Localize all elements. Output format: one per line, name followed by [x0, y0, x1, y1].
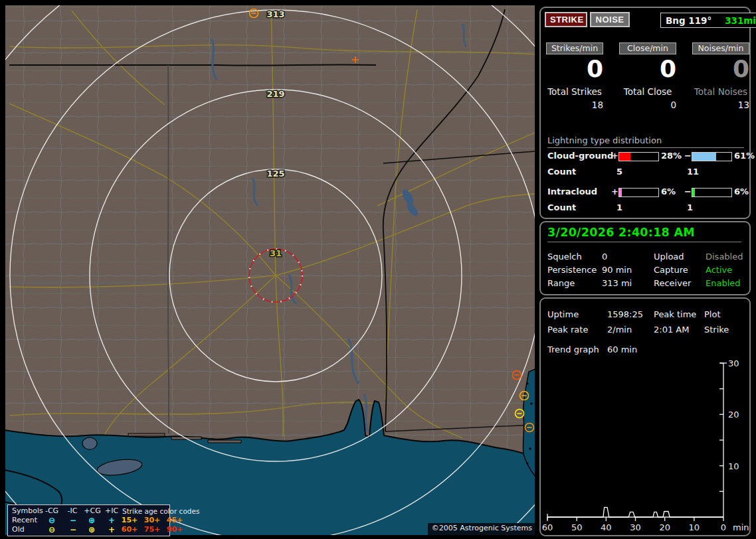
legend-symbol-icon: ⊕: [82, 525, 101, 534]
cloud-ground-label: Cloud-ground: [547, 151, 613, 161]
axis-tick-label: 40: [601, 522, 612, 532]
legend-symbol-icon: ⊖: [43, 525, 61, 534]
strike-age-code: 30+: [142, 516, 162, 525]
cg-positive-count: 5: [616, 167, 622, 177]
axis-tick-label: 10: [689, 522, 700, 532]
axis-tick-label: 0: [721, 522, 726, 532]
legend-symbol-icon: −: [64, 525, 82, 534]
map-canvas: 31125219313: [5, 5, 535, 535]
upload-label: Upload: [654, 252, 684, 262]
total-close-label: Total Close: [619, 86, 676, 97]
total-noises-value: 13: [692, 100, 749, 110]
plot-value: Strike: [704, 325, 729, 335]
legend-row-old: Old⊖−⊕+60+75+90+: [8, 525, 169, 534]
peak-time-value: 2:01 AM: [654, 325, 689, 335]
copyright-text: ©2005 Astrogenic Systems: [428, 523, 535, 535]
peak-time-label: Peak time: [654, 309, 696, 319]
total-close-value: 0: [619, 100, 676, 110]
axis-tick-label: 50: [571, 522, 583, 532]
squelch-label: Squelch: [547, 252, 582, 262]
range-ring-label: 125: [266, 169, 284, 179]
persistence-label: Persistence: [547, 265, 597, 275]
symbols-legend: Symbols -CG -IC +CG +IC Strike age color…: [7, 504, 170, 536]
strike-counters-panel: STRIKE NOISE Bng 119° 331mi Strikes/min …: [539, 7, 751, 219]
legend-age-header: Strike age color codes: [122, 506, 167, 516]
strike-age-code: 45+: [165, 516, 185, 525]
range-ring-label: 31: [270, 248, 282, 258]
close-per-min-button[interactable]: Close/min: [619, 42, 676, 54]
counter-strikes: Strikes/min 0 Total Strikes 18: [546, 8, 603, 121]
axis-tick-label: 60: [542, 522, 553, 532]
lightning-map[interactable]: 31125219313 Symbols -CG -IC +CG +IC Stri…: [5, 5, 535, 535]
strikes-per-min-value: 0: [546, 56, 603, 82]
legend-row-recent: Recent⊖−⊕+15+30+45+: [8, 516, 169, 525]
strike-age-code: 15+: [120, 516, 140, 525]
capture-status: Active: [706, 265, 732, 275]
noises-per-min-button[interactable]: Noises/min: [692, 42, 749, 54]
cg-negative-bar: [692, 152, 732, 161]
legend-col-ic-neg: -IC: [64, 506, 81, 516]
axis-tick-label: 30: [630, 522, 641, 532]
plus-sign: +: [611, 151, 618, 161]
strike-age-code: 90+: [165, 525, 185, 534]
legend-row-label: Recent: [12, 516, 43, 525]
legend-symbol-icon: +: [102, 525, 121, 534]
legend-col-cg-neg: -CG: [43, 506, 61, 516]
counter-close: Close/min 0 Total Close 0: [619, 8, 676, 121]
legend-symbol-icon: +: [102, 516, 121, 525]
minus-sign: −: [684, 151, 692, 161]
total-strikes-label: Total Strikes: [546, 86, 603, 97]
status-panel: 3/20/2026 2:40:18 AM Squelch 0 Persisten…: [539, 221, 751, 295]
ic-negative-pct: 6%: [734, 187, 749, 196]
cg-count-label: Count: [547, 167, 576, 177]
trend-graph: 6050403020100min102030: [541, 352, 751, 536]
receiver-label: Receiver: [654, 278, 691, 288]
close-per-min-value: 0: [619, 56, 676, 82]
ic-negative-bar: [692, 188, 732, 197]
total-noises-label: Total Noises: [692, 86, 749, 97]
ic-positive-bar: [618, 188, 659, 197]
total-strikes-value: 18: [546, 100, 603, 110]
intracloud-label: Intracloud: [547, 187, 597, 196]
range-ring-label: 219: [266, 89, 284, 99]
legend-symbol-icon: ⊖: [43, 516, 61, 525]
datetime-display: 3/20/2026 2:40:18 AM: [547, 226, 741, 242]
counter-noises: Noises/min 0 Total Noises 13: [692, 8, 749, 121]
trend-panel: Uptime 1598:25 Peak time Plot Peak rate …: [539, 297, 751, 536]
legend-row-label: Old: [12, 525, 43, 534]
ic-count-label: Count: [547, 202, 576, 212]
upload-status: Disabled: [706, 252, 743, 262]
ic-negative-count: 1: [687, 202, 693, 212]
legend-col-ic-pos: +IC: [102, 506, 121, 516]
strikes-per-min-button[interactable]: Strikes/min: [546, 42, 603, 54]
peak-rate-value: 2/min: [607, 325, 632, 335]
persistence-value: 90 min: [602, 265, 632, 275]
cg-positive-pct: 28%: [661, 151, 682, 161]
uptime-label: Uptime: [547, 309, 579, 319]
axis-tick-label: 30: [728, 358, 739, 368]
ic-positive-count: 1: [616, 202, 622, 212]
squelch-value: 0: [602, 252, 607, 262]
peak-rate-label: Peak rate: [547, 325, 588, 335]
ic-positive-pct: 6%: [661, 187, 676, 196]
axis-tick-label: 10: [728, 461, 739, 471]
noises-per-min-value: 0: [692, 56, 749, 82]
legend-symbol-icon: ⊕: [82, 516, 101, 525]
cg-negative-pct: 61%: [734, 151, 755, 161]
receiver-status: Enabled: [706, 278, 741, 288]
range-value: 313 mi: [602, 278, 632, 288]
axis-tick-label: min: [733, 522, 749, 532]
plus-sign: +: [611, 187, 618, 196]
axis-tick-label: 20: [728, 410, 739, 420]
legend-col-cg-pos: +CG: [82, 506, 102, 516]
cg-positive-bar: [618, 152, 659, 161]
legend-symbol-icon: −: [64, 516, 82, 525]
plot-label: Plot: [704, 309, 721, 319]
axis-tick-label: 20: [659, 522, 670, 532]
range-ring-label: 313: [266, 9, 284, 19]
capture-label: Capture: [654, 265, 688, 275]
distribution-title: Lightning type distribution: [547, 135, 744, 148]
legend-symbols-header: Symbols: [12, 506, 43, 516]
range-label: Range: [547, 278, 575, 288]
uptime-value: 1598:25: [607, 309, 643, 319]
